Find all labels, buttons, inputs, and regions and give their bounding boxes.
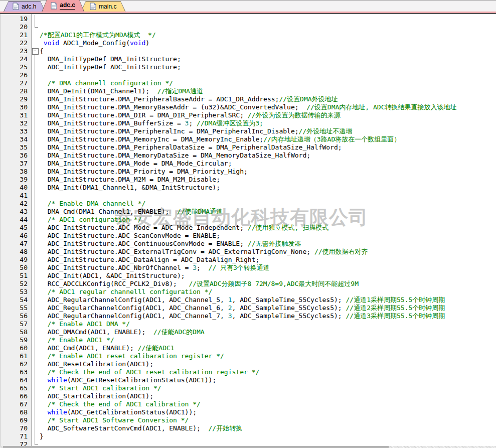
code-segment: /* Check the end of ADC1 calibration */ bbox=[48, 400, 201, 408]
code-segment: /* Enable DMA channell */ bbox=[48, 200, 146, 207]
code-text: ADC_RegularChannelConfig(ADC1, ADC_Chann… bbox=[40, 296, 496, 304]
line-number: 45 bbox=[0, 224, 32, 232]
code-segment bbox=[40, 400, 48, 408]
tabbar-divider bbox=[0, 13, 496, 14]
code-line: 45 ADC_InitStructure.ADC_Mode = ADC_Mode… bbox=[0, 224, 496, 232]
fold-column bbox=[32, 71, 40, 79]
code-segment: /* ADC1 regular channelll configuration … bbox=[48, 288, 213, 295]
code-line: 59 /* Enable ADC1 */ bbox=[0, 336, 496, 344]
code-segment: ADC1_Mode_Config( bbox=[59, 39, 130, 47]
fold-column bbox=[32, 192, 40, 200]
code-text: /* ADC1 configuration */ bbox=[40, 216, 496, 224]
fold-column bbox=[32, 240, 40, 248]
line-number: 71 bbox=[0, 432, 32, 440]
fold-column bbox=[32, 424, 40, 432]
fold-collapse-icon[interactable] bbox=[32, 47, 40, 55]
code-line: 25 ADC_InitTypeDef ADC_InitStructure; bbox=[0, 63, 496, 71]
code-text bbox=[40, 15, 496, 23]
code-text: ADC_Init(ADC1, &ADC_InitStructure); bbox=[40, 272, 496, 280]
code-line: 19 bbox=[0, 15, 496, 23]
tab-adc.h[interactable]: adc.h bbox=[4, 1, 45, 12]
code-segment: DMA_InitStructure.DMA_MemoryBaseAddr = (… bbox=[40, 103, 306, 111]
line-number: 44 bbox=[0, 216, 32, 224]
fold-column bbox=[32, 160, 40, 168]
code-text: { bbox=[40, 47, 496, 55]
line-number: 70 bbox=[0, 424, 32, 432]
code-segment: while bbox=[48, 408, 67, 416]
code-text: ADC_DMACmd(ADC1, ENABLE); //使能ADC的DMA bbox=[40, 328, 496, 336]
line-number: 52 bbox=[0, 280, 32, 288]
fold-column bbox=[32, 344, 40, 352]
code-segment: ADC_Cmd(ADC1, ENABLE); bbox=[40, 344, 138, 352]
line-number: 30 bbox=[0, 103, 32, 111]
code-line: 40 DMA_Init(DMA1_Channel1, &DMA_InitStru… bbox=[0, 184, 496, 192]
tab-label: main.c bbox=[99, 3, 116, 10]
code-segment: /* Check the end of ADC1 reset calibrati… bbox=[48, 368, 260, 376]
fold-column bbox=[32, 416, 40, 424]
line-number: 65 bbox=[0, 384, 32, 392]
fold-column bbox=[32, 408, 40, 416]
code-segment: //使能ADC1 bbox=[138, 344, 175, 352]
code-segment: DMA_DeInit(DMA1_Channel1); bbox=[40, 87, 157, 95]
code-text: DMA_Init(DMA1_Channel1, &DMA_InitStructu… bbox=[40, 184, 496, 192]
code-text: while(ADC_GetResetCalibrationStatus(ADC1… bbox=[40, 376, 496, 384]
code-segment: /* DMA channell configuration */ bbox=[48, 79, 173, 87]
code-segment: /* Enable ADC1 DMA */ bbox=[48, 320, 130, 328]
fold-column bbox=[32, 296, 40, 304]
code-text: ADC_InitStructure.ADC_NbrOfChannel = 3; … bbox=[40, 264, 496, 272]
tab-adc.c[interactable]: adc.c bbox=[42, 0, 84, 12]
code-text: DMA_InitStructure.DMA_MemoryInc = DMA_Me… bbox=[40, 135, 496, 143]
line-number: 46 bbox=[0, 232, 32, 240]
code-segment: { bbox=[40, 47, 44, 55]
line-number: 20 bbox=[0, 23, 32, 31]
fold-column bbox=[32, 95, 40, 103]
code-segment: DMA_InitStructure.DMA_PeripheralBaseAddr… bbox=[40, 95, 279, 103]
fold-column bbox=[32, 264, 40, 272]
code-segment: ADC_InitStructure.ADC_ContinuousConvMode… bbox=[40, 240, 248, 247]
code-text: /* Enable ADC1 reset calibaration regist… bbox=[40, 352, 496, 360]
code-text: /* Enable ADC1 DMA */ bbox=[40, 320, 496, 328]
code-segment: (ADC_GetResetCalibrationStatus(ADC1)); bbox=[67, 376, 216, 384]
code-segment: //通道3采样周期55.5个时钟周期 bbox=[346, 312, 445, 320]
code-segment bbox=[40, 384, 48, 392]
code-line: 50 ADC_InitStructure.ADC_NbrOfChannel = … bbox=[0, 264, 496, 272]
code-editor[interactable]: 泰安宏盛自动化科技有限公司 192021/*配置ADC1的工作模式为MDA模式 … bbox=[0, 14, 496, 446]
code-segment: //外设地址不递增 bbox=[299, 127, 353, 135]
code-segment: ; bbox=[189, 119, 197, 127]
code-line: 42 /* Enable DMA channell */ bbox=[0, 200, 496, 208]
tab-bar: adc.hadc.cmain.c bbox=[0, 0, 496, 12]
code-line: 20 bbox=[0, 23, 496, 31]
code-segment: //设置DMA内存地址, ADC转换结果直接放入该地址 bbox=[306, 103, 456, 111]
line-number: 19 bbox=[0, 15, 32, 23]
code-line: 29 DMA_InitStructure.DMA_PeripheralBaseA… bbox=[0, 95, 496, 103]
fold-column bbox=[32, 384, 40, 392]
fold-column bbox=[32, 312, 40, 320]
code-text: ADC_RegularChannelConfig(ADC1, ADC_Chann… bbox=[40, 312, 496, 320]
line-number: 63 bbox=[0, 368, 32, 376]
horizontal-scrollbar[interactable] bbox=[0, 446, 496, 448]
fold-column bbox=[32, 23, 40, 31]
fold-column bbox=[32, 224, 40, 232]
code-segment: RCC_ADCCLKConfig(RCC_PCLK2_Div8); bbox=[40, 280, 189, 287]
code-segment: , ADC_SampleTime_55Cycles5); bbox=[232, 304, 346, 312]
code-segment bbox=[40, 79, 48, 87]
code-text: DMA_InitStructure.DMA_PeripheralDataSize… bbox=[40, 143, 496, 152]
code-line: 58 ADC_DMACmd(ADC1, ENABLE); //使能ADC的DMA bbox=[0, 328, 496, 336]
code-segment: DMA_Init(DMA1_Channel1, &DMA_InitStructu… bbox=[40, 184, 220, 191]
code-text: ADC_Cmd(ADC1, ENABLE); //使能ADC1 bbox=[40, 344, 496, 352]
line-number: 33 bbox=[0, 127, 32, 135]
code-text: /* Check the end of ADC1 reset calibrati… bbox=[40, 368, 496, 376]
line-number: 48 bbox=[0, 248, 32, 256]
tab-label: adc.h bbox=[22, 3, 36, 10]
tab-main.c[interactable]: main.c bbox=[81, 1, 125, 12]
code-segment: //使能DMA通道 bbox=[177, 208, 223, 215]
code-segment: , ADC_SampleTime_55Cycles5); bbox=[232, 312, 346, 320]
code-segment: ADC_InitStructure.ADC_DataAlign = ADC_Da… bbox=[40, 256, 259, 263]
code-line: 62 ADC_ResetCalibration(ADC1); bbox=[0, 360, 496, 368]
horizontal-scrollbar-thumb[interactable] bbox=[3, 446, 389, 448]
code-segment: ADC_DMACmd(ADC1, ENABLE); bbox=[40, 328, 153, 336]
code-text: /* ADC1 regular channelll configuration … bbox=[40, 288, 496, 296]
code-line: 36 DMA_InitStructure.DMA_MemoryDataSize … bbox=[0, 152, 496, 160]
line-number: 29 bbox=[0, 95, 32, 103]
fold-column bbox=[32, 79, 40, 87]
